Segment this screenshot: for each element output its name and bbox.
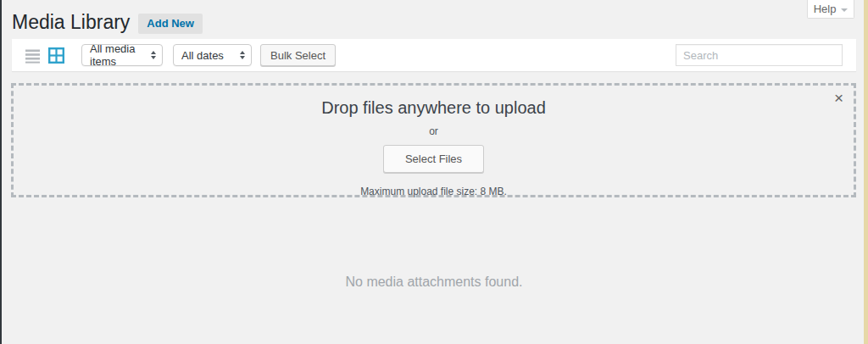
page-title: Media Library (12, 10, 130, 36)
admin-menu-edge (0, 0, 2, 344)
media-toolbar: All media items All dates Bulk Select (12, 39, 856, 71)
media-library-page: Help Media Library Add New All media ite… (0, 0, 868, 344)
select-files-button[interactable]: Select Files (383, 145, 484, 173)
view-switcher (24, 47, 71, 64)
search-input[interactable] (676, 44, 843, 66)
upload-drop-zone[interactable]: × Drop files anywhere to upload or Selec… (11, 83, 856, 197)
no-media-message: No media attachments found. (0, 275, 868, 290)
media-type-filter-select[interactable]: All media items (81, 44, 163, 66)
close-icon[interactable]: × (834, 90, 843, 106)
max-upload-size-note: Maximum upload file size: 8 MB. (14, 186, 854, 197)
date-filter-value: All dates (181, 49, 224, 62)
caret-down-icon (841, 8, 848, 12)
date-filter-select[interactable]: All dates (173, 44, 252, 66)
help-label: Help (814, 3, 837, 15)
updown-arrows-icon (240, 51, 245, 59)
updown-arrows-icon (151, 51, 156, 59)
list-view-icon[interactable] (24, 47, 42, 64)
bulk-select-button[interactable]: Bulk Select (260, 44, 336, 66)
drop-zone-title: Drop files anywhere to upload (14, 98, 854, 118)
right-edge-strip (864, 0, 868, 344)
media-type-filter-value: All media items (90, 42, 146, 68)
add-new-button[interactable]: Add New (138, 14, 203, 34)
drop-zone-or-label: or (14, 125, 854, 137)
page-header: Media Library Add New (12, 10, 203, 36)
grid-view-icon[interactable] (47, 47, 65, 64)
help-dropdown[interactable]: Help (807, 0, 854, 19)
